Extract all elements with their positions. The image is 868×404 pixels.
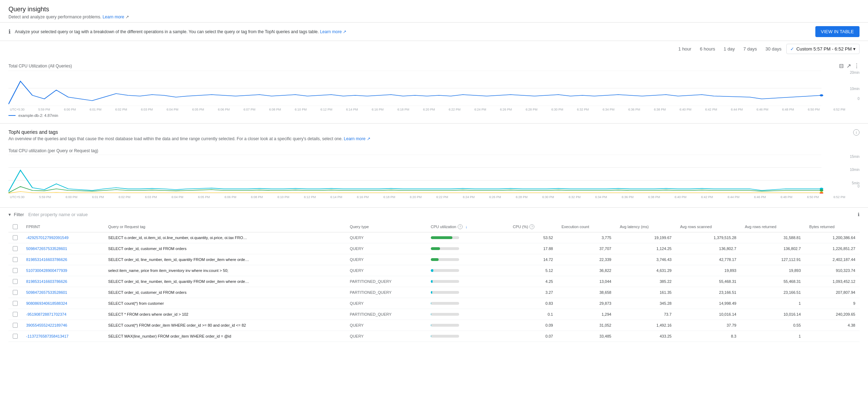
query-type-label: QUERY — [350, 236, 364, 240]
th-bytes-returned: Bytes returned — [805, 221, 860, 232]
cpu-pct-help-icon[interactable]: ? — [529, 224, 534, 229]
row-checkbox-cell — [8, 287, 22, 298]
topn-chart-title: Total CPU utilization (per Query or Requ… — [8, 148, 860, 153]
table-row: 5107300428900477939 select item_name, pr… — [8, 265, 860, 276]
chart-icon-1[interactable]: ⊟ — [839, 63, 844, 69]
filter-info-icon[interactable]: ℹ — [858, 212, 860, 217]
row-checkbox[interactable] — [13, 268, 18, 273]
row-fprint: 5098472657533528601 — [22, 243, 104, 254]
query-text: SELECT order_id, customer_id FROM orders — [108, 290, 250, 295]
table-header-row: FPRINT Query or Request tag Query type C… — [8, 221, 860, 232]
fprint-link[interactable]: -951908728871702374 — [26, 312, 66, 316]
row-cpu-pct: 5.12 — [509, 265, 557, 276]
cpu-bar-bg — [431, 269, 459, 272]
fprint-link[interactable]: -4292570127992091549 — [26, 236, 69, 240]
cpu-chart-svg — [8, 71, 860, 106]
row-cpu-pct: 4.25 — [509, 276, 557, 287]
row-cpu-bar — [427, 276, 509, 287]
row-checkbox[interactable] — [13, 235, 18, 240]
table-section: ▾ Filter ℹ FPRINT Query or Request tag Q… — [0, 208, 868, 346]
topn-learn-more[interactable]: Learn more ↗ — [344, 136, 370, 141]
row-exec-count: 31,052 — [557, 320, 616, 331]
row-exec-count: 33,485 — [557, 331, 616, 342]
row-exec-count: 22,339 — [557, 254, 616, 265]
row-checkbox[interactable] — [13, 279, 18, 284]
row-cpu-bar — [427, 298, 509, 309]
row-avg-rows-returned: 31,588.81 — [740, 232, 805, 243]
time-btn-30days[interactable]: 30 days — [762, 44, 785, 54]
fprint-link[interactable]: 5107300428900477939 — [26, 268, 67, 273]
filter-input[interactable] — [28, 212, 855, 217]
row-avg-rows-returned: 19,893 — [740, 265, 805, 276]
filter-icon: ▾ — [8, 212, 11, 217]
cpu-bar-container — [431, 269, 473, 272]
th-cpu-util[interactable]: CPU utilization ? ↓ — [427, 221, 509, 232]
row-avg-rows-scanned: 55,468.31 — [676, 276, 740, 287]
fprint-link[interactable]: 8198531416603786626 — [26, 257, 67, 262]
row-checkbox[interactable] — [13, 312, 18, 317]
row-bytes-returned — [805, 331, 860, 342]
row-avg-latency: 1,124.25 — [616, 243, 676, 254]
th-cpu-pct: CPU (%) ? — [509, 221, 557, 232]
table-row: 3905545552422189746 SELECT count(*) FROM… — [8, 320, 860, 331]
row-checkbox[interactable] — [13, 290, 18, 295]
time-btn-1day[interactable]: 1 day — [720, 44, 739, 54]
info-banner-text: Analyze your selected query or tag with … — [15, 29, 815, 34]
time-btn-7days[interactable]: 7 days — [740, 44, 760, 54]
view-in-table-button[interactable]: VIEW IN TABLE — [815, 26, 860, 37]
fprint-link[interactable]: 3905545552422189746 — [26, 323, 67, 327]
fprint-link[interactable]: 9080869340618588324 — [26, 301, 67, 305]
row-fprint: 9080869340618588324 — [22, 298, 104, 309]
query-text: SELECT count(*) from customer — [108, 301, 250, 305]
row-checkbox[interactable] — [13, 257, 18, 262]
row-query-type: PARTITIONED_QUERY — [346, 309, 427, 320]
custom-time-button[interactable]: ✓ Custom 5:57 PM - 6:52 PM ▾ — [786, 44, 860, 54]
row-query-type: QUERY — [346, 320, 427, 331]
table-row: 9080869340618588324 SELECT count(*) from… — [8, 298, 860, 309]
chart-more-icon[interactable]: ⋮ — [854, 63, 860, 69]
fprint-link[interactable]: 5098472657533528601 — [26, 246, 67, 251]
cpu-bar-fill — [431, 247, 440, 250]
row-query-type: PARTITIONED_QUERY — [346, 276, 427, 287]
chevron-down-icon: ▾ — [853, 46, 856, 52]
row-bytes-returned: 9 — [805, 298, 860, 309]
row-checkbox-cell — [8, 243, 22, 254]
sort-down-icon: ↓ — [465, 225, 468, 229]
table-body: -4292570127992091549 SELECT o.order_id, … — [8, 232, 860, 342]
row-query-type: QUERY — [346, 243, 427, 254]
topn-info-icon[interactable]: i — [853, 129, 860, 136]
fprint-link[interactable]: 8198531416603786626 — [26, 279, 67, 284]
page-header: Query insights Detect and analyze query … — [0, 0, 868, 23]
row-exec-count: 1,294 — [557, 309, 616, 320]
row-checkbox[interactable] — [13, 323, 18, 328]
row-query: SELECT order_id, customer_id FROM orders — [104, 243, 346, 254]
row-bytes-returned: 2,402,187.44 — [805, 254, 860, 265]
cpu-bar-container — [431, 247, 473, 250]
query-type-label: QUERY — [350, 323, 364, 327]
row-cpu-bar — [427, 331, 509, 342]
query-type-label: PARTITIONED_QUERY — [350, 290, 392, 295]
row-checkbox[interactable] — [13, 301, 18, 306]
filter-bar: ▾ Filter ℹ — [8, 212, 860, 217]
query-type-label: QUERY — [350, 268, 364, 273]
header-learn-more-link[interactable]: Learn more — [102, 14, 124, 19]
row-fprint: 5107300428900477939 — [22, 265, 104, 276]
select-all-checkbox[interactable] — [13, 224, 18, 229]
row-checkbox[interactable] — [13, 334, 18, 339]
th-avg-rows-scanned: Avg rows scanned — [676, 221, 740, 232]
info-banner-learn-more[interactable]: Learn more ↗ — [320, 29, 346, 34]
cpu-bar-bg — [431, 247, 459, 250]
fprint-link[interactable]: 5098472657533528601 — [26, 290, 67, 295]
chart-icon-2[interactable]: ↗ — [846, 63, 851, 69]
fprint-link[interactable]: -1137276587358413417 — [26, 334, 69, 338]
cpu-bar-fill — [431, 291, 432, 294]
row-exec-count: 37,707 — [557, 243, 616, 254]
cpu-util-help-icon[interactable]: ? — [458, 224, 463, 229]
row-checkbox-cell — [8, 298, 22, 309]
row-checkbox-cell — [8, 276, 22, 287]
chart-controls: ⊟ ↗ ⋮ — [839, 63, 860, 69]
topn-y-label-10: 10min — [850, 168, 860, 172]
time-btn-1hour[interactable]: 1 hour — [675, 44, 695, 54]
time-btn-6hours[interactable]: 6 hours — [696, 44, 719, 54]
row-checkbox[interactable] — [13, 246, 18, 251]
